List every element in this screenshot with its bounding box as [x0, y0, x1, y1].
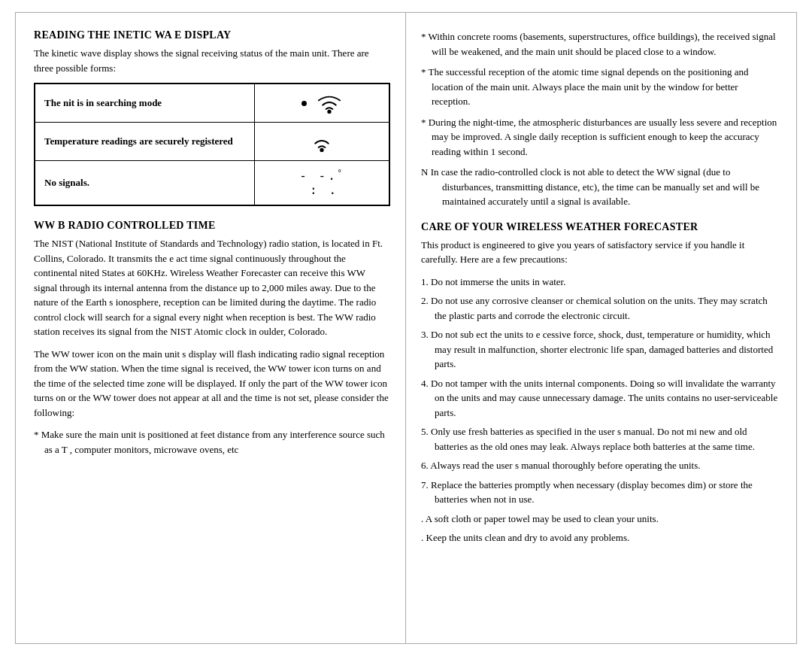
numbered-list: 1. Do not immerse the units in water.2. … [421, 275, 778, 545]
wifi-partial-icon [308, 130, 335, 153]
svg-point-0 [327, 110, 331, 114]
section1-heading: READING THE INETIC WA E DISPLAY [34, 29, 390, 41]
table-cell-label: The nit is in searching mode [35, 84, 255, 123]
list-item: . Keep the units clean and dry to avoid … [421, 530, 778, 545]
table-row: Temperature readings are securely regist… [35, 123, 389, 161]
section1-intro: The kinetic wave display shows the signa… [34, 46, 390, 75]
list-item: 6. Always read the user s manual thoroug… [421, 458, 778, 473]
section2-para1: The NIST (National Institute of Standard… [34, 236, 390, 339]
bullet3: * The successful reception of the atomic… [421, 65, 778, 109]
bullet1: * Make sure the main unit is positioned … [34, 427, 390, 457]
table-row: The nit is in searching mode [35, 84, 389, 123]
bullet2: * Within concrete rooms (basements, supe… [421, 29, 778, 59]
n-paragraph: N In case the radio-controlled clock is … [421, 165, 778, 209]
svg-point-1 [320, 148, 323, 152]
searching-icon-cell [264, 92, 380, 114]
table-cell-label: Temperature readings are securely regist… [35, 123, 255, 161]
section2-para2: The WW tower icon on the main unit s dis… [34, 347, 390, 421]
no-signal-icon: - -.°: . [299, 169, 344, 197]
list-item: 1. Do not immerse the units in water. [421, 275, 778, 290]
table-cell-icon [255, 123, 389, 161]
no-signal-icon-cell: - -.°: . [264, 169, 380, 197]
right-column: * Within concrete rooms (basements, supe… [406, 13, 796, 643]
list-item: 7. Replace the batteries promptly when n… [421, 478, 778, 507]
list-item: . A soft cloth or paper towel may be use… [421, 512, 778, 527]
table-cell-icon [255, 84, 389, 123]
table-cell-icon: - -.°: . [255, 161, 389, 206]
section2-heading: WW B RADIO CONTROLLED TIME [34, 220, 390, 232]
table-row: No signals. - -.°: . [35, 161, 389, 206]
list-item: 3. Do not sub ect the units to e cessive… [421, 327, 778, 372]
page: READING THE INETIC WA E DISPLAY The kine… [15, 12, 797, 644]
section3-heading: CARE OF YOUR WIRELESS WEATHER FORECASTER [421, 221, 778, 233]
wifi-dot-icon [301, 101, 307, 106]
table-cell-label: No signals. [35, 161, 255, 206]
section3-intro: This product is engineered to give you y… [421, 238, 778, 267]
list-item: 4. Do not tamper with the units internal… [421, 376, 778, 421]
registered-icon-cell [264, 130, 380, 153]
left-column: READING THE INETIC WA E DISPLAY The kine… [16, 13, 406, 643]
list-item: 2. Do not use any corrosive cleanser or … [421, 293, 778, 323]
list-item: 5. Only use fresh batteries as specified… [421, 424, 778, 454]
signal-table: The nit is in searching mode [34, 83, 390, 206]
bullet4: * During the night-time, the atmospheric… [421, 115, 778, 159]
wifi-full-icon [316, 92, 343, 114]
